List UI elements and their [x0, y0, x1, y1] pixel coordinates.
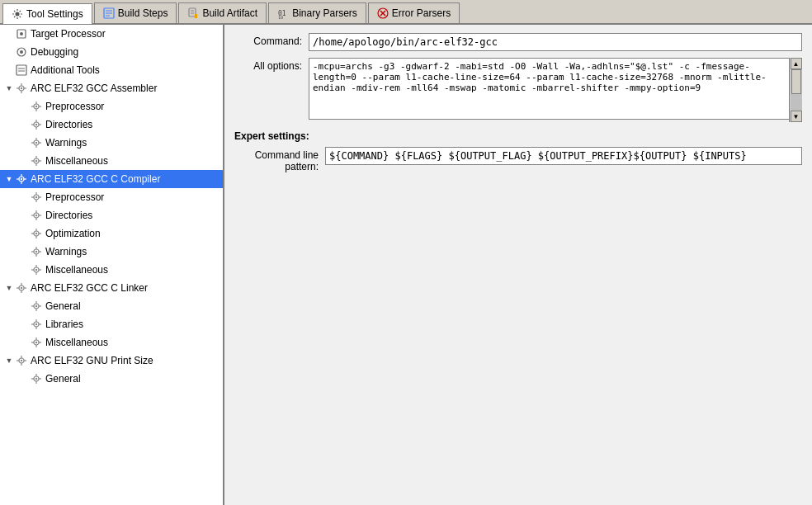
tree-label-compiler-directories: Directories — [45, 210, 92, 221]
all-options-row: All options: -mcpu=archs -g3 -gdwarf-2 -… — [234, 58, 802, 122]
svg-point-106 — [35, 342, 37, 343]
expand-placeholder2 — [3, 46, 15, 58]
tree-label-debugging: Debugging — [31, 46, 78, 58]
linker-misc-icon — [30, 336, 43, 349]
compiler-optimization-icon — [30, 227, 43, 240]
expand-placeholder7 — [18, 155, 30, 167]
additional-tools-icon — [15, 64, 28, 77]
tree-item-assembler-misc[interactable]: Miscellaneous — [0, 152, 223, 170]
error-icon — [377, 7, 389, 19]
tree-item-target-processor[interactable]: Target Processor — [0, 25, 223, 43]
tree-item-linker-misc[interactable]: Miscellaneous — [0, 333, 223, 352]
tab-build-artifact-label: Build Artifact — [202, 7, 257, 19]
tree-item-arc-c-linker[interactable]: ▼ ARC ELF32 GCC C Linker — [0, 279, 223, 297]
svg-point-64 — [35, 215, 37, 216]
scrollbar-up-button[interactable]: ▲ — [791, 58, 802, 69]
command-line-pattern-input[interactable] — [325, 147, 802, 165]
all-options-textarea[interactable]: -mcpu=archs -g3 -gdwarf-2 -mabi=std -O0 … — [309, 58, 802, 120]
tree-item-compiler-misc[interactable]: Miscellaneous — [0, 261, 223, 279]
assembler-icon — [15, 82, 28, 95]
expert-settings-title: Expert settings: — [234, 130, 802, 142]
assembler-misc-icon — [30, 154, 43, 168]
svg-point-76 — [35, 251, 37, 252]
assembler-expand-icon: ▼ — [3, 83, 15, 94]
tree-item-linker-libraries[interactable]: Libraries — [0, 315, 223, 333]
left-panel: Target Processor Debugging Additional To… — [0, 25, 224, 505]
expand-placeholder16 — [18, 373, 30, 385]
steps-icon — [103, 7, 115, 19]
svg-point-112 — [21, 360, 22, 361]
svg-point-0 — [16, 12, 20, 17]
svg-point-34 — [35, 124, 37, 125]
svg-point-17 — [20, 50, 23, 54]
tab-build-steps[interactable]: Build Steps — [94, 2, 177, 23]
all-options-wrapper: -mcpu=archs -g3 -gdwarf-2 -mabi=std -O0 … — [309, 58, 802, 122]
tree-label-compiler-preprocessor: Preprocessor — [45, 191, 104, 203]
tree-item-compiler-warnings[interactable]: Warnings — [0, 243, 223, 261]
assembler-preprocessor-icon — [30, 100, 43, 113]
all-options-label: All options: — [234, 58, 309, 72]
linker-general-icon — [30, 300, 43, 313]
expand-placeholder3 — [3, 64, 15, 76]
svg-point-52 — [21, 178, 22, 180]
expand-placeholder5 — [18, 119, 30, 130]
tree-item-linker-general[interactable]: General — [0, 297, 223, 315]
gear-icon — [12, 8, 23, 20]
tree-label-target-processor: Target Processor — [31, 28, 106, 40]
svg-point-28 — [35, 106, 37, 107]
tab-build-steps-label: Build Steps — [118, 7, 168, 19]
assembler-directories-icon — [30, 118, 43, 131]
assembler-warnings-icon — [30, 136, 43, 149]
tree-label-arc-assembler: ARC ELF32 GCC Assembler — [31, 83, 157, 94]
tree-label-compiler-misc: Miscellaneous — [45, 264, 108, 276]
expand-placeholder14 — [18, 319, 30, 330]
debugging-icon — [15, 45, 28, 59]
tree-label-arc-c-compiler: ARC ELF32 GCC C Compiler — [31, 173, 160, 185]
tree-item-assembler-preprocessor[interactable]: Preprocessor — [0, 97, 223, 116]
svg-point-40 — [35, 142, 37, 144]
linker-libraries-icon — [30, 318, 43, 331]
tree-item-print-general[interactable]: General — [0, 370, 223, 388]
svg-point-22 — [21, 87, 22, 89]
command-input[interactable] — [309, 33, 802, 51]
tab-binary-parsers-label: Binary Parsers — [292, 7, 357, 19]
tree-item-compiler-directories[interactable]: Directories — [0, 206, 223, 224]
artifact-icon — [187, 7, 199, 19]
tree-item-additional-tools[interactable]: Additional Tools — [0, 61, 223, 79]
scrollbar-track[interactable] — [791, 69, 802, 111]
tree-item-arc-assembler[interactable]: ▼ ARC ELF32 GCC Assembler — [0, 79, 223, 97]
tab-bar: Tool Settings Build Steps Build Artifact… — [0, 0, 812, 25]
svg-rect-5 — [189, 8, 196, 17]
command-line-pattern-label: Command line pattern: — [234, 147, 325, 172]
svg-point-46 — [35, 160, 37, 162]
compiler-warnings-icon — [30, 245, 43, 258]
all-options-scrollbar[interactable]: ▲ ▼ — [789, 58, 802, 122]
tab-tool-settings[interactable]: Tool Settings — [2, 3, 92, 24]
print-icon — [15, 354, 28, 367]
compiler-expand-icon: ▼ — [3, 173, 15, 185]
scrollbar-thumb[interactable] — [791, 69, 801, 94]
tree-item-compiler-optimization[interactable]: Optimization — [0, 224, 223, 243]
tree-item-assembler-directories[interactable]: Directories — [0, 116, 223, 134]
tree-item-debugging[interactable]: Debugging — [0, 43, 223, 61]
compiler-directories-icon — [30, 209, 43, 222]
tree-item-assembler-warnings[interactable]: Warnings — [0, 134, 223, 152]
tree-item-compiler-preprocessor[interactable]: Preprocessor — [0, 188, 223, 206]
scrollbar-down-button[interactable]: ▼ — [791, 111, 802, 122]
expand-placeholder15 — [18, 337, 30, 348]
svg-point-94 — [35, 305, 37, 307]
tab-build-artifact[interactable]: Build Artifact — [178, 2, 267, 23]
command-line-pattern-value — [325, 147, 802, 165]
tree-item-arc-c-compiler[interactable]: ▼ ARC ELF32 GCC C Compiler — [0, 170, 223, 188]
linker-icon — [15, 281, 28, 295]
tree-item-arc-gnu-print[interactable]: ▼ ARC ELF32 GNU Print Size — [0, 352, 223, 370]
command-row: Command: — [234, 33, 802, 51]
tab-binary-parsers[interactable]: 01 10 Binary Parsers — [268, 2, 366, 23]
linker-expand-icon: ▼ — [3, 282, 15, 294]
svg-point-82 — [35, 269, 37, 271]
svg-point-118 — [35, 378, 37, 380]
tree-label-additional-tools: Additional Tools — [31, 64, 100, 76]
tab-error-parsers[interactable]: Error Parsers — [368, 2, 460, 23]
binary-icon: 01 10 — [277, 7, 289, 19]
tree-label-assembler-misc: Miscellaneous — [45, 155, 108, 167]
